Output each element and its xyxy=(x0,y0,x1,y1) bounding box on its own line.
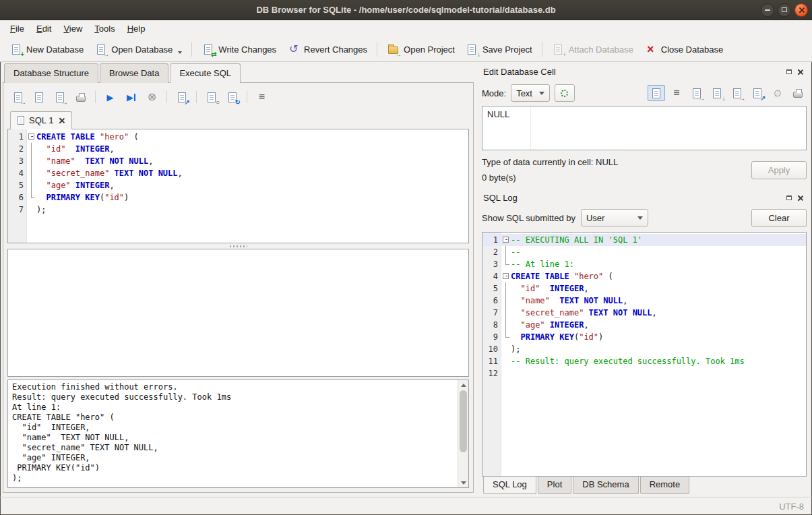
open-project-button[interactable]: →Open Project xyxy=(381,40,460,59)
new-database-button[interactable]: +New Database xyxy=(4,40,89,59)
menu-file[interactable]: File xyxy=(4,22,30,36)
scrollbar-thumb[interactable] xyxy=(460,390,467,452)
code-line: 6 "name" TEXT NOT NULL, xyxy=(482,295,806,307)
dock-tab-remote[interactable]: Remote xyxy=(640,476,690,494)
word-wrap-button[interactable]: ≡ xyxy=(253,88,271,106)
stop-execution-button[interactable]: ⊗ xyxy=(143,88,161,106)
lines-icon: ≡ xyxy=(670,87,683,100)
lines-icon: ≡ xyxy=(255,91,268,104)
tab-browse-data[interactable]: Browse Data xyxy=(100,63,168,83)
fold-marker-icon[interactable] xyxy=(501,270,511,282)
log-filter-select[interactable]: User xyxy=(581,209,648,226)
float-dock-icon[interactable] xyxy=(786,195,792,200)
apply-button[interactable]: Apply xyxy=(751,161,807,179)
fold-gutter xyxy=(501,355,511,367)
sql-log-header: SQL Log xyxy=(482,189,807,206)
execute-sql-page: →→▶▶⊗↗○↻≡ SQL 1 1CREATE TABLE "hero" (2 … xyxy=(3,82,474,493)
new-database-label: New Database xyxy=(26,44,84,55)
horizontal-splitter[interactable] xyxy=(7,243,469,249)
close-button[interactable] xyxy=(794,3,808,17)
set-cell-null-button[interactable]: ∅ xyxy=(769,85,786,101)
scroll-up-icon[interactable] xyxy=(458,380,468,390)
folder-open-icon: → xyxy=(387,43,400,56)
fold-gutter xyxy=(501,282,511,295)
menu-view[interactable]: View xyxy=(57,22,88,36)
tab-database-structure[interactable]: Database Structure xyxy=(4,63,98,83)
text-mode-button[interactable] xyxy=(648,85,665,101)
code-line: 5 "age" INTEGER, xyxy=(8,179,468,191)
print-sql-button[interactable] xyxy=(71,88,90,106)
close-tab-icon[interactable] xyxy=(58,117,65,124)
attach-database-button[interactable]: +Attach Database xyxy=(546,40,639,59)
fold-marker-icon[interactable] xyxy=(501,234,511,246)
fold-marker-icon[interactable] xyxy=(27,131,36,143)
write-changes-button[interactable]: ⇄Write Changes xyxy=(196,40,282,59)
minimize-button[interactable] xyxy=(761,3,774,17)
output-scrollbar[interactable] xyxy=(458,380,468,487)
clear-log-button[interactable]: Clear xyxy=(751,209,807,227)
close-database-button[interactable]: ×Close Database xyxy=(639,40,729,59)
execute-current-line-button[interactable]: ▶ xyxy=(122,88,140,106)
float-dock-icon[interactable] xyxy=(786,69,792,74)
main-content: Database StructureBrowse DataExecute SQL… xyxy=(0,62,812,497)
cell-settings-button[interactable] xyxy=(555,84,575,102)
word-wrap-cell-button[interactable]: ≡ xyxy=(668,85,685,101)
fold-gutter xyxy=(27,167,36,179)
open-database-dropdown-icon[interactable] xyxy=(178,51,182,54)
mode-select[interactable]: Text xyxy=(511,84,550,102)
fold-gutter xyxy=(27,204,36,216)
sql-log-view[interactable]: 1-- EXECUTING ALL IN 'SQL 1'2--3-- At li… xyxy=(482,232,807,477)
results-grid[interactable] xyxy=(7,249,469,377)
minimize-icon xyxy=(765,9,770,11)
save-sql-file-as-button[interactable]: → xyxy=(51,88,69,106)
doc-open-icon: → xyxy=(691,87,704,100)
cell-editor[interactable]: NULL xyxy=(482,106,807,150)
save-sql-file-button[interactable] xyxy=(30,88,48,106)
dock-tab-db-schema[interactable]: DB Schema xyxy=(573,476,638,494)
menu-help[interactable]: Help xyxy=(121,22,152,36)
maximize-button[interactable] xyxy=(778,3,791,17)
db-open-icon: → xyxy=(94,43,107,56)
execution-output[interactable]: Execution finished without errors. Resul… xyxy=(7,380,469,488)
toolbar-separator xyxy=(95,91,96,103)
find-button[interactable]: ○ xyxy=(202,88,220,106)
code-line: 11-- Result: query executed successfully… xyxy=(482,355,806,367)
menu-tools[interactable]: Tools xyxy=(88,22,121,36)
fold-gutter xyxy=(27,143,36,155)
code-line: 2 "id" INTEGER, xyxy=(8,143,468,155)
attach-database-label: Attach Database xyxy=(569,44,633,55)
dock-tab-plot[interactable]: Plot xyxy=(538,476,571,494)
sql-editor[interactable]: 1CREATE TABLE "hero" (2 "id" INTEGER,3 "… xyxy=(7,129,469,243)
code-line: 6 PRIMARY KEY("id") xyxy=(8,191,468,204)
doc-new-icon: + xyxy=(9,43,22,56)
open-file-in-cell-button[interactable]: → xyxy=(688,85,706,101)
import-cell-data-button[interactable]: → xyxy=(728,85,746,101)
code-line: 12 xyxy=(482,367,806,380)
code-line: 4CREATE TABLE "hero" ( xyxy=(482,270,806,282)
open-database-button[interactable]: →Open Database xyxy=(89,40,187,59)
save-cell-as-button[interactable]: ↓ xyxy=(708,85,726,101)
execute-all-button[interactable]: ▶ xyxy=(101,88,119,106)
open-sql-file-button[interactable]: → xyxy=(9,88,27,106)
sql-tab-label: SQL 1 xyxy=(29,115,53,125)
log-filter-value: User xyxy=(586,213,604,223)
code-line: 1-- EXECUTING ALL IN 'SQL 1' xyxy=(482,234,806,246)
revert-changes-button[interactable]: ↺Revert Changes xyxy=(282,40,373,59)
tab-sql-1[interactable]: SQL 1 xyxy=(10,111,72,129)
tab-execute-sql[interactable]: Execute SQL xyxy=(170,63,241,83)
export-cell-data-button[interactable]: ↗ xyxy=(749,85,766,101)
print-cell-button[interactable] xyxy=(789,85,807,101)
toolbar-separator xyxy=(377,42,377,57)
menu-edit[interactable]: Edit xyxy=(30,22,57,36)
find-replace-button[interactable]: ↻ xyxy=(223,88,241,106)
doc-find-icon: ○ xyxy=(205,91,218,104)
close-dock-icon[interactable] xyxy=(797,195,804,202)
execution-output-text: Execution finished without errors. Resul… xyxy=(8,380,468,483)
fold-gutter xyxy=(501,319,511,331)
titlebar[interactable]: DB Browser for SQLite - /home/user/code/… xyxy=(0,0,812,20)
scroll-down-icon[interactable] xyxy=(458,478,468,487)
close-dock-icon[interactable] xyxy=(797,69,804,75)
export-results-button[interactable]: ↗ xyxy=(173,88,191,106)
dock-tab-sql-log[interactable]: SQL Log xyxy=(483,476,536,494)
save-project-button[interactable]: ↓Save Project xyxy=(460,40,538,59)
